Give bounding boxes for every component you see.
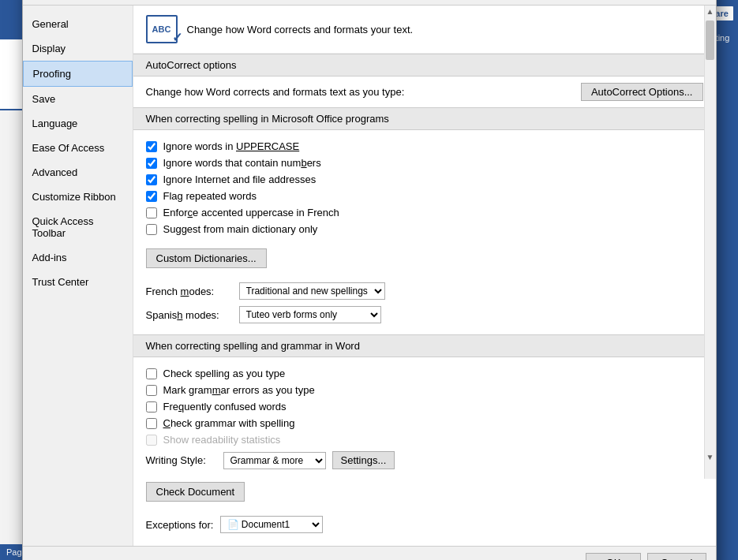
content-header-text: Change how Word corrects and formats you… xyxy=(187,24,414,35)
enforce-french-label: Enforce accented uppercase in French xyxy=(163,207,339,218)
checkbox-enforce-french: Enforce accented uppercase in French xyxy=(146,204,703,221)
readability-label: Show readability statistics xyxy=(163,434,281,446)
checkbox-check-grammar-spelling: Check grammar with spelling xyxy=(146,415,703,431)
word-options-dialog: Word Options ? ✕ General Display Proofin… xyxy=(22,0,717,560)
autocorrect-description: Change how Word corrects and formats tex… xyxy=(146,86,571,98)
main-content: ▲ ▼ ABC ✓ Change how Word corrects and f… xyxy=(133,6,716,546)
checkbox-mark-grammar: Mark grammar errors as you type xyxy=(146,382,703,398)
writing-style-select[interactable]: Grammar & more Grammar only xyxy=(223,452,326,469)
sidebar-item-advanced[interactable]: Advanced xyxy=(23,160,133,185)
check-grammar-spelling-checkbox[interactable] xyxy=(146,418,157,429)
check-doc-wrapper: Check Document xyxy=(146,477,703,506)
enforce-french-checkbox[interactable] xyxy=(146,207,157,218)
checkbox-confused-words: Frequently confused words xyxy=(146,398,703,415)
flag-repeated-label: Flag repeated words xyxy=(163,190,257,202)
sidebar-item-general[interactable]: General xyxy=(23,12,133,36)
abc-icon: ABC ✓ xyxy=(146,15,178,43)
sidebar-item-add-ins[interactable]: Add-ins xyxy=(23,245,133,270)
flag-repeated-checkbox[interactable] xyxy=(146,191,157,202)
sidebar-item-quick-access-toolbar[interactable]: Quick Access Toolbar xyxy=(23,209,133,245)
scroll-down-arrow[interactable]: ▼ xyxy=(705,451,716,463)
checkbox-ignore-internet: Ignore Internet and file addresses xyxy=(146,171,703,188)
checkbox-flag-repeated: Flag repeated words xyxy=(146,188,703,204)
spelling-office-section-header: When correcting spelling in Microsoft Of… xyxy=(133,107,716,130)
dialog-overlay: Word Options ? ✕ General Display Proofin… xyxy=(0,0,738,560)
ignore-numbers-checkbox[interactable] xyxy=(146,158,157,169)
check-document-button[interactable]: Check Document xyxy=(146,482,245,502)
writing-style-row: Writing Style: Grammar & more Grammar on… xyxy=(146,448,703,472)
spanish-modes-select[interactable]: Tuteo verb forms only Voseo verb forms o… xyxy=(239,306,381,323)
confused-words-checkbox[interactable] xyxy=(146,401,157,413)
exceptions-label: Exceptions for: xyxy=(146,519,214,531)
exceptions-select[interactable]: 📄 Document1 xyxy=(220,516,323,533)
custom-dict-button[interactable]: Custom Dictionaries... xyxy=(146,248,267,268)
checkbox-suggest-main: Suggest from main dictionary only xyxy=(146,221,703,237)
sidebar-item-customize-ribbon[interactable]: Customize Ribbon xyxy=(23,185,133,209)
scroll-up-arrow[interactable]: ▲ xyxy=(705,6,716,17)
ignore-internet-checkbox[interactable] xyxy=(146,174,157,185)
ok-button[interactable]: OK xyxy=(586,553,641,560)
cancel-button[interactable]: Cancel xyxy=(647,553,706,560)
checkbox-ignore-numbers: Ignore words that contain numbers xyxy=(146,155,703,171)
french-modes-label: French modes: xyxy=(146,286,233,297)
sidebar-item-language[interactable]: Language xyxy=(23,111,133,136)
readability-checkbox[interactable] xyxy=(146,435,157,446)
suggest-main-checkbox[interactable] xyxy=(146,224,157,235)
ignore-uppercase-label: Ignore words in UPPERCASE xyxy=(163,140,300,152)
sidebar-item-proofing[interactable]: Proofing xyxy=(23,61,133,87)
autocorrect-options-button[interactable]: AutoCorrect Options... xyxy=(581,83,703,101)
french-modes-select[interactable]: Traditional and new spellings Traditiona… xyxy=(239,282,385,300)
dialog-footer: OK Cancel xyxy=(23,546,716,560)
french-modes-row: French modes: Traditional and new spelli… xyxy=(146,279,703,303)
ignore-internet-label: Ignore Internet and file addresses xyxy=(163,174,317,185)
custom-dict-wrapper: Custom Dictionaries... xyxy=(146,244,703,273)
ignore-numbers-label: Ignore words that contain numbers xyxy=(163,157,321,169)
exceptions-row: Exceptions for: 📄 Document1 xyxy=(146,511,703,538)
settings-button[interactable]: Settings... xyxy=(332,451,395,469)
spelling-word-section-header: When correcting spelling and grammar in … xyxy=(133,334,716,357)
suggest-main-label: Suggest from main dictionary only xyxy=(163,223,318,235)
check-spelling-type-checkbox[interactable] xyxy=(146,368,157,379)
sidebar-item-save[interactable]: Save xyxy=(23,87,133,111)
autocorrect-section-header: AutoCorrect options xyxy=(133,54,716,77)
sidebar-item-ease-of-access[interactable]: Ease Of Access xyxy=(23,136,133,160)
spanish-modes-row: Spanish modes: Tuteo verb forms only Vos… xyxy=(146,303,703,327)
confused-words-label: Frequently confused words xyxy=(163,401,287,413)
spanish-modes-label: Spanish modes: xyxy=(146,309,233,321)
content-header: ABC ✓ Change how Word corrects and forma… xyxy=(133,6,716,54)
ignore-uppercase-checkbox[interactable] xyxy=(146,141,157,152)
checkbox-readability: Show readability statistics xyxy=(146,431,703,448)
checkbox-ignore-uppercase: Ignore words in UPPERCASE xyxy=(146,138,703,155)
nav-sidebar: General Display Proofing Save Language E… xyxy=(23,6,133,546)
mark-grammar-label: Mark grammar errors as you type xyxy=(163,384,315,396)
check-grammar-spelling-label: Check grammar with spelling xyxy=(163,417,295,429)
spelling-word-body: Check spelling as you type Mark grammar … xyxy=(133,357,716,546)
check-spelling-type-label: Check spelling as you type xyxy=(163,368,286,379)
scrollbar[interactable]: ▲ ▼ xyxy=(704,6,716,479)
sidebar-item-display[interactable]: Display xyxy=(23,36,133,61)
dialog-titlebar: Word Options ? ✕ xyxy=(23,0,716,6)
checkbox-check-spelling-type: Check spelling as you type xyxy=(146,365,703,382)
dialog-body: General Display Proofing Save Language E… xyxy=(23,6,716,546)
mark-grammar-checkbox[interactable] xyxy=(146,385,157,396)
sidebar-item-trust-center[interactable]: Trust Center xyxy=(23,270,133,294)
spelling-office-body: Ignore words in UPPERCASE Ignore words t… xyxy=(133,130,716,334)
autocorrect-row: Change how Word corrects and formats tex… xyxy=(133,77,716,107)
writing-style-label: Writing Style: xyxy=(146,454,217,466)
scroll-thumb[interactable] xyxy=(706,21,714,60)
